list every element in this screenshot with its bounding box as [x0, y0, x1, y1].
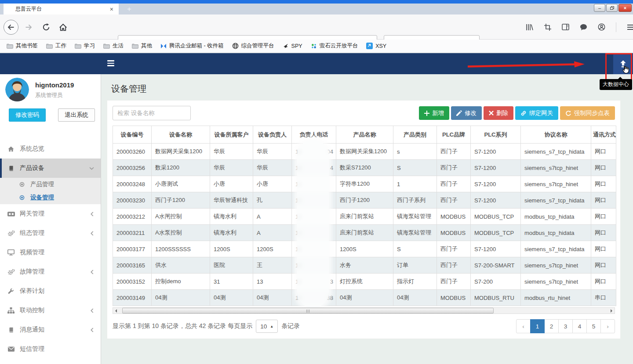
- folder-icon: [132, 43, 138, 49]
- library-icon[interactable]: [526, 24, 534, 31]
- bind-gateway-button[interactable]: 绑定网关: [515, 106, 558, 120]
- column-header[interactable]: 产品类别: [393, 126, 437, 144]
- cell-name: 1200SSSSSS: [152, 241, 210, 257]
- cell-product: 字符串1200: [336, 176, 393, 192]
- bookmark-item[interactable]: 其他: [132, 42, 152, 50]
- sidebar-item-partial-item[interactable]: [0, 359, 101, 364]
- cell-product: 西门子1200: [336, 192, 393, 209]
- device-table-wrap: 设备编号设备名称设备所属客户设备负责人负责人电话产品名称产品类别PLC品牌PLC…: [113, 126, 615, 306]
- bookmark-item[interactable]: 萤石云开放平台: [311, 42, 358, 50]
- bookmark-item[interactable]: 综合管理平台: [232, 42, 274, 50]
- back-button[interactable]: [4, 20, 18, 35]
- add-button[interactable]: 新增: [419, 106, 449, 120]
- sidebar-item-fault-mgmt[interactable]: 故障管理: [0, 262, 101, 281]
- tab-close-icon[interactable]: ×: [108, 6, 115, 12]
- cell-series: MODBUS_TCP: [471, 209, 521, 225]
- sidebar-item-product-device[interactable]: 产品设备: [0, 159, 101, 178]
- sidebar-item-overview[interactable]: 系统总览: [0, 139, 101, 159]
- sidebar-subitem-device-mgmt[interactable]: 设备管理: [0, 191, 101, 204]
- tab-strip: 思普云平台 × + – ×: [0, 4, 633, 14]
- table-row[interactable]: 200003230西门子1200华辰智通科技孔15西门子1200西门子系列西门子…: [113, 192, 616, 209]
- scroll-right-arrow[interactable]: [608, 308, 615, 314]
- sidebar-item-linkage-control[interactable]: 联动控制: [0, 301, 101, 320]
- cell-protocol: siemens_s7tcp_hinet: [521, 176, 591, 192]
- table-row[interactable]: 200003165供水医院王18水务订单西门子S7-200-SMARTsieme…: [113, 257, 616, 274]
- change-password-button[interactable]: 修改密码: [9, 108, 46, 122]
- spy-icon: [283, 43, 289, 49]
- force-sync-button[interactable]: 强制同步点表: [560, 106, 615, 120]
- bookmark-item[interactable]: 腾讯企业邮箱 - 收件箱: [160, 42, 224, 50]
- browser-tab[interactable]: 思普云平台 ×: [4, 4, 119, 14]
- column-header[interactable]: 设备所属客户: [210, 126, 253, 144]
- column-header[interactable]: 产品名称: [336, 126, 393, 144]
- cell-comm: 网口: [591, 241, 616, 257]
- menu-icon[interactable]: [627, 24, 633, 30]
- sidebar-item-scada-mgmt[interactable]: 组态管理: [0, 223, 101, 243]
- bigdata-center-button[interactable]: [613, 53, 633, 74]
- next-page-button[interactable]: ›: [600, 319, 615, 333]
- sidebar-item-maintenance-plan[interactable]: 保养计划: [0, 281, 101, 301]
- page-button-1[interactable]: 1: [530, 319, 545, 333]
- column-header[interactable]: 通讯方式: [591, 126, 616, 144]
- sidebar-toggle-button[interactable]: [107, 60, 114, 66]
- bookmark-item[interactable]: 生活: [103, 42, 124, 50]
- column-header[interactable]: PLC品牌: [437, 126, 471, 144]
- table-row[interactable]: 200003212A水闸控制镇海水利A13庶来门前泵站镇海泵站管理MODBUSM…: [113, 209, 616, 225]
- device-search-input[interactable]: [113, 106, 191, 120]
- table-row[interactable]: 200003211A水泵控制镇海水利A13庶来门前泵站镇海泵站管理MODBUSM…: [113, 225, 616, 241]
- page-button-2[interactable]: 2: [544, 319, 559, 333]
- page-button-5[interactable]: 5: [586, 319, 601, 333]
- table-row[interactable]: 20000314904测04测04测153804测04测MODBUSMODBUS…: [113, 290, 616, 306]
- table-row[interactable]: 200003260数据网关采集1200华辰华辰1804数据网关采集1200s西门…: [113, 144, 616, 160]
- messages-icon[interactable]: [580, 24, 587, 31]
- column-header[interactable]: 设备名称: [152, 126, 210, 144]
- page-button-4[interactable]: 4: [572, 319, 587, 333]
- bookmark-item[interactable]: XSY: [366, 43, 386, 49]
- scrollbar-thumb[interactable]: [122, 308, 494, 314]
- sidebar-item-gateway-mgmt[interactable]: 网关管理: [0, 204, 101, 223]
- table-row[interactable]: 200003248小唐测试小唐小唐13字符串12001西门子S7-1200sie…: [113, 176, 616, 192]
- new-tab-button[interactable]: +: [124, 4, 135, 14]
- sidebar-item-message-notify[interactable]: 消息通知: [0, 320, 101, 339]
- bookmark-item[interactable]: 学习: [75, 42, 95, 50]
- cell-customer: 1200S: [210, 241, 253, 257]
- dot-circle-icon: [19, 182, 26, 187]
- column-header[interactable]: PLC系列: [471, 126, 521, 144]
- bookmark-item[interactable]: 其他书签: [7, 42, 38, 50]
- table-row[interactable]: 2000031771200SSSSSS1200S1200S151200SS西门子…: [113, 241, 616, 257]
- logout-button[interactable]: 退出系统: [58, 108, 95, 122]
- edit-button[interactable]: 修改: [451, 106, 482, 120]
- cell-brand: 西门子: [437, 160, 471, 176]
- prev-page-button[interactable]: ‹: [516, 319, 531, 333]
- window-minimize-button[interactable]: –: [594, 4, 605, 12]
- sidebar-subitem-product-mgmt[interactable]: 产品管理: [0, 178, 101, 191]
- delete-button[interactable]: 删除: [484, 106, 513, 120]
- home-button[interactable]: [55, 20, 70, 35]
- reload-icon: [42, 23, 50, 31]
- column-header[interactable]: 设备负责人: [253, 126, 292, 144]
- bookmark-item[interactable]: 工作: [46, 42, 66, 50]
- bookmark-item[interactable]: SPY: [283, 43, 302, 49]
- page-button-3[interactable]: 3: [558, 319, 573, 333]
- window-restore-button[interactable]: [606, 4, 618, 12]
- cell-category: S: [393, 160, 437, 176]
- table-row[interactable]: 200003152控制demo3113153灯控系统指示灯西门子S7-200si…: [113, 274, 616, 290]
- scroll-left-arrow[interactable]: [113, 308, 119, 314]
- sidebar-item-video-mgmt[interactable]: 视频管理: [0, 243, 101, 262]
- window-close-button[interactable]: ×: [618, 4, 632, 12]
- horizontal-scrollbar[interactable]: [113, 307, 615, 314]
- cell-id: 200003256: [113, 160, 152, 176]
- forward-button[interactable]: [21, 20, 36, 35]
- cell-protocol: siemens_s7tcp_hinet: [521, 160, 591, 176]
- tencent-icon: [160, 43, 167, 49]
- cell-protocol: siemens_s7tcp_hinet: [521, 257, 591, 274]
- sidebar-item-sms-mgmt[interactable]: 短信管理: [0, 339, 101, 359]
- account-icon[interactable]: [598, 23, 605, 31]
- column-header[interactable]: 设备编号: [113, 126, 152, 144]
- screenshot-icon[interactable]: [544, 24, 551, 31]
- column-header[interactable]: 协议名称: [521, 126, 591, 144]
- sidebars-icon[interactable]: [562, 24, 569, 30]
- page-size-dropdown[interactable]: 10▲: [256, 320, 278, 333]
- reload-button[interactable]: [39, 20, 54, 35]
- table-row[interactable]: 200003256数采1200华辰华辰184数采S71200S西门子S7-120…: [113, 160, 616, 176]
